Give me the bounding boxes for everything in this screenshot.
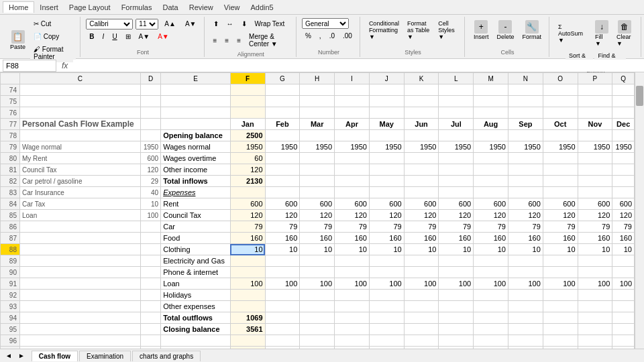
insert-button[interactable]: + Insert xyxy=(470,18,492,42)
cell-Q-93[interactable] xyxy=(612,301,635,312)
cell-K-91[interactable]: 100 xyxy=(404,278,439,290)
bold-button[interactable]: B xyxy=(86,31,97,42)
paste-button[interactable]: 📋 Paste xyxy=(7,28,29,52)
cell-I-96[interactable] xyxy=(335,335,370,347)
cell-d-96[interactable] xyxy=(140,335,160,347)
cell-I-91[interactable]: 100 xyxy=(335,278,370,290)
cell-L-84[interactable]: 600 xyxy=(439,198,474,210)
cell-c-89[interactable] xyxy=(19,255,140,267)
col-header-q[interactable]: Q xyxy=(612,73,635,84)
cell-F-74[interactable] xyxy=(230,84,265,96)
cell-M-82[interactable] xyxy=(474,176,508,187)
cell-N-86[interactable]: 79 xyxy=(508,221,543,233)
fill-color-button[interactable]: A▼ xyxy=(136,31,154,42)
cell-L-81[interactable] xyxy=(439,164,474,176)
cell-F-94[interactable]: 1069 xyxy=(230,312,265,324)
font-family-select[interactable]: Calibri xyxy=(86,19,133,29)
increase-font-button[interactable]: A▲ xyxy=(161,18,179,29)
align-left-button[interactable]: ≡ xyxy=(210,31,221,50)
cell-L-75[interactable] xyxy=(439,96,474,107)
increase-decimal-button[interactable]: .0 xyxy=(326,30,338,42)
cell-K-94[interactable] xyxy=(404,312,439,324)
cell-J-86[interactable]: 79 xyxy=(369,221,404,233)
cell-c-88[interactable] xyxy=(19,244,140,255)
formula-input[interactable] xyxy=(73,60,641,72)
cell-F-77[interactable]: Jan xyxy=(230,119,265,130)
cell-M-86[interactable]: 79 xyxy=(474,221,508,233)
cell-I-90[interactable] xyxy=(335,267,370,278)
cell-H-93[interactable] xyxy=(300,301,335,312)
cell-J-91[interactable]: 100 xyxy=(369,278,404,290)
cell-P-76[interactable] xyxy=(578,107,612,119)
cell-d-94[interactable] xyxy=(140,312,160,324)
cell-G-86[interactable]: 79 xyxy=(265,221,300,233)
col-header-o[interactable]: O xyxy=(543,73,578,84)
cell-I-95[interactable] xyxy=(335,324,370,335)
cell-N-85[interactable]: 120 xyxy=(508,210,543,221)
cell-P-84[interactable]: 600 xyxy=(578,198,612,210)
cell-N-84[interactable]: 600 xyxy=(508,198,543,210)
cell-c-96[interactable] xyxy=(19,335,140,347)
cell-F-87[interactable]: 160 xyxy=(230,233,265,244)
cell-F-91[interactable]: 100 xyxy=(230,278,265,290)
cell-F-89[interactable] xyxy=(230,255,265,267)
cell-Q-87[interactable]: 160 xyxy=(612,233,635,244)
cell-K-74[interactable] xyxy=(404,84,439,96)
sheet-tab-examination[interactable]: Examination xyxy=(79,351,131,361)
cell-Q-77[interactable]: Dec xyxy=(612,119,635,130)
cell-d-87[interactable] xyxy=(140,233,160,244)
cell-d-91[interactable] xyxy=(140,278,160,290)
tab-home[interactable]: Home xyxy=(3,1,34,13)
cell-J-83[interactable] xyxy=(369,187,404,198)
cell-e-95[interactable]: Closing balance xyxy=(161,324,231,335)
cell-I-94[interactable] xyxy=(335,312,370,324)
cell-d-92[interactable] xyxy=(140,290,160,301)
cell-M-84[interactable]: 600 xyxy=(474,198,508,210)
col-header-g[interactable]: G xyxy=(265,73,300,84)
cell-L-88[interactable]: 10 xyxy=(439,244,474,255)
cell-N-88[interactable]: 10 xyxy=(508,244,543,255)
cell-O-87[interactable]: 160 xyxy=(543,233,578,244)
comma-button[interactable]: , xyxy=(316,30,325,42)
cell-N-96[interactable] xyxy=(508,335,543,347)
cell-L-76[interactable] xyxy=(439,107,474,119)
cell-G-75[interactable] xyxy=(265,96,300,107)
cell-G-94[interactable] xyxy=(265,312,300,324)
tab-review[interactable]: Review xyxy=(184,2,219,13)
cell-M-75[interactable] xyxy=(474,96,508,107)
cell-J-93[interactable] xyxy=(369,301,404,312)
cell-O-94[interactable] xyxy=(543,312,578,324)
cell-O-88[interactable]: 10 xyxy=(543,244,578,255)
cell-I-75[interactable] xyxy=(335,96,370,107)
cell-H-82[interactable] xyxy=(300,176,335,187)
cell-d-77[interactable] xyxy=(140,119,160,130)
cell-d-84[interactable]: 10 xyxy=(140,198,160,210)
cell-c-82[interactable]: Car petrol / gasoline xyxy=(19,176,140,187)
cell-J-95[interactable] xyxy=(369,324,404,335)
delete-button[interactable]: - Delete xyxy=(493,18,517,42)
cell-c-95[interactable] xyxy=(19,324,140,335)
cell-P-90[interactable] xyxy=(578,267,612,278)
cell-F-78[interactable]: 2500 xyxy=(230,130,265,141)
cell-M-76[interactable] xyxy=(474,107,508,119)
cell-Q-95[interactable] xyxy=(612,324,635,335)
cell-P-82[interactable] xyxy=(578,176,612,187)
cell-e-75[interactable] xyxy=(161,96,231,107)
cell-K-80[interactable] xyxy=(404,153,439,164)
align-bottom-button[interactable]: ⬇ xyxy=(238,18,250,29)
cell-G-77[interactable]: Feb xyxy=(265,119,300,130)
cell-Q-78[interactable] xyxy=(612,130,635,141)
cell-G-90[interactable] xyxy=(265,267,300,278)
align-center-button[interactable]: ≡ xyxy=(221,31,232,50)
decrease-font-button[interactable]: A▼ xyxy=(182,18,200,29)
cell-K-81[interactable] xyxy=(404,164,439,176)
cell-c-76[interactable] xyxy=(19,107,140,119)
cell-P-77[interactable]: Nov xyxy=(578,119,612,130)
cell-M-81[interactable] xyxy=(474,164,508,176)
col-header-n[interactable]: N xyxy=(508,73,543,84)
cell-K-75[interactable] xyxy=(404,96,439,107)
cell-G-95[interactable] xyxy=(265,324,300,335)
col-header-k[interactable]: K xyxy=(404,73,439,84)
cell-e-77[interactable] xyxy=(161,119,231,130)
cell-c-92[interactable] xyxy=(19,290,140,301)
